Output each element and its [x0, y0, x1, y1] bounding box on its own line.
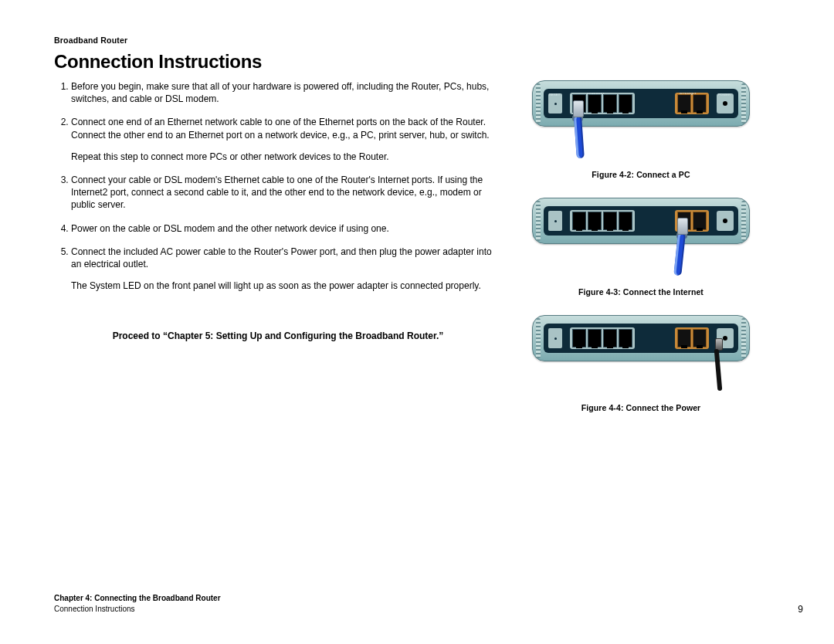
steps-list: Before you begin, make sure that all of …	[54, 80, 502, 292]
router-illustration	[532, 198, 750, 244]
rj45-plug-icon	[677, 218, 688, 235]
router-back-pc: RESET ETHERNET INTERNET	[525, 80, 757, 127]
power-label: POWER	[718, 93, 731, 97]
proceed-note: Proceed to “Chapter 5: Setting Up and Co…	[54, 330, 502, 341]
step-1: Before you begin, make sure that all of …	[71, 80, 502, 105]
page-footer: Chapter 4: Connecting the Broadband Rout…	[54, 593, 803, 615]
step-2: Connect one end of an Ethernet network c…	[71, 116, 502, 163]
doc-header: Broadband Router	[54, 36, 809, 45]
router-illustration: RESET ETHERNET INTERNET	[532, 80, 750, 127]
figure-caption-pc: Figure 4-2: Connect a PC	[525, 170, 757, 179]
ethernet-ports-icon	[570, 210, 635, 232]
figure-connect-pc: RESET ETHERNET INTERNET	[525, 80, 757, 179]
step-3: Connect your cable or DSL modem's Ethern…	[71, 174, 502, 212]
reset-button-icon: RESET	[548, 93, 562, 114]
figure-caption-internet: Figure 4-3: Connect the Internet	[525, 287, 757, 297]
figure-caption-power: Figure 4-4: Connect the Power	[525, 403, 757, 412]
internet-ports-icon	[675, 327, 709, 349]
router-back-internet	[525, 198, 757, 244]
step-4-text: Power on the cable or DSL modem and the …	[71, 223, 389, 234]
footer-section: Connection Instructions	[54, 604, 221, 615]
footer-left: Chapter 4: Connecting the Broadband Rout…	[54, 593, 221, 615]
internet-ports-icon: INTERNET	[675, 93, 709, 114]
page-number: 9	[798, 604, 803, 615]
step-2-repeat: Repeat this step to connect more PCs or …	[71, 151, 502, 163]
step-5-note: The System LED on the front panel will l…	[71, 280, 502, 292]
figure-connect-internet: Figure 4-3: Connect the Internet	[525, 198, 757, 297]
step-5: Connect the included AC power cable to t…	[71, 246, 502, 293]
instructions-column: Before you begin, make sure that all of …	[54, 80, 502, 412]
footer-chapter: Chapter 4: Connecting the Broadband Rout…	[54, 593, 221, 604]
ethernet-ports-icon	[570, 327, 635, 349]
reset-button-icon	[548, 211, 562, 231]
content-row: Before you begin, make sure that all of …	[54, 80, 809, 412]
router-back-power	[525, 315, 757, 361]
reset-label: RESET	[549, 93, 560, 97]
figures-column: RESET ETHERNET INTERNET	[525, 80, 757, 412]
rj45-plug-icon	[573, 100, 584, 117]
power-port-icon	[717, 211, 734, 231]
power-port-icon: POWER	[717, 93, 734, 114]
reset-button-icon	[548, 328, 562, 348]
step-1-text: Before you begin, make sure that all of …	[71, 81, 489, 104]
step-3-text: Connect your cable or DSL modem's Ethern…	[71, 175, 483, 210]
step-5-text: Connect the included AC power cable to t…	[71, 246, 492, 269]
step-4: Power on the cable or DSL modem and the …	[71, 222, 502, 235]
section-title: Connection Instructions	[54, 51, 809, 73]
step-2-text: Connect one end of an Ethernet network c…	[71, 117, 490, 140]
figure-connect-power: Figure 4-4: Connect the Power	[525, 315, 757, 412]
page-root: Broadband Router Connection Instructions…	[0, 0, 834, 644]
